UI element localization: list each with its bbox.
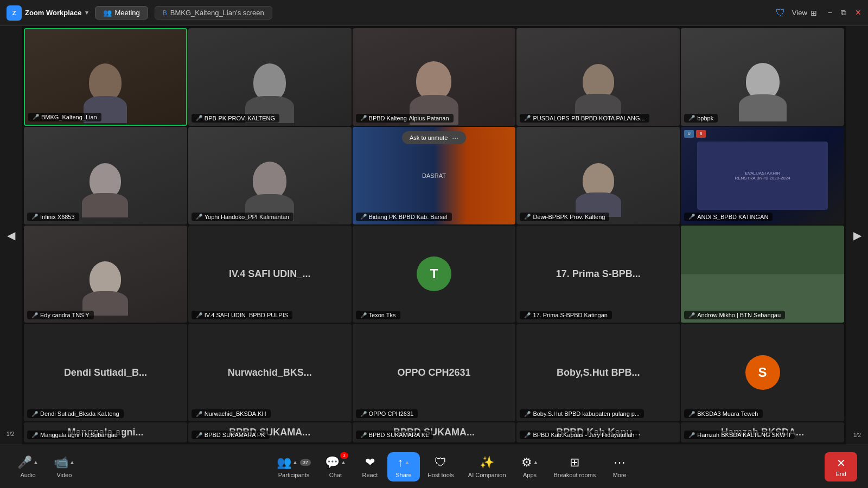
participant-cell-5[interactable]: 🎤 bpbpk [681,28,844,126]
participant-cell-10[interactable]: EVALUASI AKHIRRENSTRA BNPB 2020-2024 U B… [681,127,844,224]
chat-chevron[interactable]: ▲ [341,459,346,465]
mic-icon-12: 🎤 [196,312,202,318]
next-page-button[interactable]: ▶ 1/2 [846,26,868,445]
participant-name-6: 🎤 Infinix X6853 [27,213,79,221]
participant-name-2: 🎤 BPB-PK PROV. KALTENG [192,114,279,123]
apps-chevron[interactable]: ▲ [533,459,539,465]
end-label: End [835,471,846,477]
zoom-logo: Z Zoom Workplace ▾ [7,5,88,21]
participant-cell-4[interactable]: 🎤 PUSDALOPS-PB BPBD KOTA PALANG... [516,28,680,126]
mic-icon-20: 🎤 [688,411,695,417]
participant-cell-13[interactable]: T 🎤 Texon Tks [353,226,516,323]
center-controls: 👥 ▲ 37 Participants 💬 3 ▲ Chat ❤ React ↑ [270,452,636,481]
zoom-logo-icon: Z [7,5,22,21]
prev-arrow-icon: ◀ [7,229,15,242]
mic-icon-13: 🎤 [360,312,367,318]
participant-cell-15[interactable]: 🎤 Androw Mikho | BTN Sebangau [681,226,844,323]
mic-icon-5: 🎤 [688,115,695,121]
participant-avatar-20: S [745,355,780,390]
react-button[interactable]: ❤ React [354,452,386,481]
top-bar-right: 🛡 View ⊞ − ⧉ ✕ [776,7,861,18]
participant-cell-19[interactable]: Boby,S.Hut BPB... 🎤 Boby.S.Hut BPBD kabu… [516,324,680,421]
mic-icon-9: 🎤 [524,214,531,220]
view-grid-icon: ⊞ [810,9,817,17]
share-icon: ↑ [397,455,403,470]
more-label: More [613,472,627,478]
mic-icon-8: 🎤 [360,214,367,220]
audio-chevron[interactable]: ▲ [33,459,39,465]
view-button[interactable]: View ⊞ [792,9,817,17]
participant-cell-16[interactable]: Dendi Sutiadi_B... 🎤 Dendi Sutiadi_Bksda… [24,324,187,421]
participant-cell-21[interactable]: Manggala agni... 🎤 Manggala agni TN Seba… [24,422,187,442]
participant-name-8: 🎤 Bidang PK BPBD Kab. Barsel [356,213,452,221]
participants-button[interactable]: 👥 ▲ 37 Participants [270,452,317,481]
share-button[interactable]: ↑ ▲ Share [387,452,420,481]
zoom-workplace-label: Zoom Workplace [25,9,82,17]
participant-name-1: 🎤 BMKG_Kalteng_Lian [28,113,101,121]
ai-companion-button[interactable]: ✨ AI Companion [462,452,513,481]
react-label: React [362,472,378,478]
mic-icon-11: 🎤 [31,312,38,318]
zoom-chevron[interactable]: ▾ [85,9,88,16]
participant-name-24: 🎤 BPBD Kab.Kapuas - Jery Hidayatullah [520,431,639,439]
page-left-indicator: 1/2 [3,430,17,438]
ask-unmute-banner[interactable]: Ask to unmute ··· [402,131,466,144]
participant-cell-1[interactable]: 🎤 BMKG_Kalteng_Lian [24,28,187,126]
participant-display-18: OPPO CPH2631 [393,363,475,383]
audio-button[interactable]: 🎤 ▲ Audio [11,452,45,481]
participant-cell-11[interactable]: 🎤 Edy candra TNS Y [24,226,187,323]
ai-companion-label: AI Companion [468,472,506,478]
page-right-indicator: 1/2 [853,432,861,438]
chat-button[interactable]: 💬 3 ▲ Chat [318,452,353,481]
participant-cell-2[interactable]: 🎤 BPB-PK PROV. KALTENG [188,28,352,126]
close-button[interactable]: ✕ [855,8,861,17]
security-icon[interactable]: 🛡 [776,7,786,18]
host-tools-icon: 🛡 [435,455,446,470]
more-button[interactable]: ⋯ More [603,452,636,481]
mic-icon-22: 🎤 [196,432,202,438]
ask-unmute-text: Ask to unmute [410,134,448,141]
participant-display-12: IV.4 SAFI UDIN_... [225,264,315,284]
participant-cell-12[interactable]: IV.4 SAFI UDIN_... 🎤 IV.4 SAFI UDIN_BPBD… [188,226,352,323]
participant-cell-14[interactable]: 17. Prima S-BPB... 🎤 17. Prima S-BPBD Ka… [516,226,680,323]
participant-cell-20[interactable]: S 🎤 BKSDA3 Muara Teweh [681,324,844,421]
participant-cell-22[interactable]: BPBD SUKAMA... 🎤 BPBD SUKAMARA PK [188,422,352,442]
breakout-rooms-button[interactable]: ⊞ Breakout rooms [547,452,603,481]
share-chevron[interactable]: ▲ [404,459,410,465]
participants-chevron[interactable]: ▲ [292,459,298,465]
end-icon: ✕ [837,457,846,470]
breakout-rooms-label: Breakout rooms [554,472,596,478]
more-options-icon[interactable]: ··· [452,133,458,142]
participant-cell-8[interactable]: DASRAT Ask to unmute ··· 🎤 Bidang PK BPB… [353,127,516,224]
video-chevron[interactable]: ▲ [69,459,75,465]
participant-cell-24[interactable]: BPBD Kab.Kapu... 🎤 BPBD Kab.Kapuas - Jer… [516,422,680,442]
media-controls: 🎤 ▲ Audio 📹 ▲ Video [11,452,81,481]
maximize-button[interactable]: ⧉ [841,8,846,17]
video-grid: 🎤 BMKG_Kalteng_Lian 🎤 BPB-PK PROV. KALTE… [22,26,846,445]
participant-name-3: 🎤 BPBD Kalteng-Alpius Patanan [356,114,454,123]
participant-cell-7[interactable]: 🎤 Yophi Handoko_PPI Kalimantan [188,127,352,224]
mic-icon-10: 🎤 [688,214,695,220]
host-tools-button[interactable]: 🛡 Host tools [421,452,461,481]
mic-icon-25: 🎤 [688,432,695,438]
apps-button[interactable]: ⚙ ▲ Apps [514,452,546,481]
end-button[interactable]: ✕ End [825,452,857,481]
main-content: ◀ 1/2 🎤 BMKG_Kalteng_Lian [0,26,868,445]
meeting-button[interactable]: 👥 Meeting [95,6,148,20]
participant-name-17: 🎤 Nurwachid_BKSDA.KH [192,409,271,418]
participant-cell-3[interactable]: 🎤 BPBD Kalteng-Alpius Patanan [353,28,516,126]
mic-icon-15: 🎤 [688,312,695,318]
prev-page-button[interactable]: ◀ 1/2 [0,26,22,445]
video-feed-1 [25,29,186,125]
mic-icon-3: 🎤 [360,115,367,121]
participant-cell-6[interactable]: 🎤 Infinix X6853 [24,127,187,224]
participant-cell-9[interactable]: 🎤 Dewi-BPBPK Prov. Kalteng [516,127,680,224]
minimize-button[interactable]: − [828,8,832,17]
participant-cell-25[interactable]: Hamzah BKSDA... 🎤 Hamzah BKSDA KALTENG S… [681,422,844,442]
participant-name-16: 🎤 Dendi Sutiadi_Bksda Kal.teng [27,409,124,418]
participant-cell-23[interactable]: BPBD SUKAMA... 🎤 BPBD SUKAMARA KL [353,422,516,442]
video-button[interactable]: 📹 ▲ Video [47,452,81,481]
participant-cell-17[interactable]: Nurwachid_BKS... 🎤 Nurwachid_BKSDA.KH [188,324,352,421]
participant-cell-18[interactable]: OPPO CPH2631 🎤 OPPO CPH2631 [353,324,516,421]
audio-label: Audio [20,472,35,478]
